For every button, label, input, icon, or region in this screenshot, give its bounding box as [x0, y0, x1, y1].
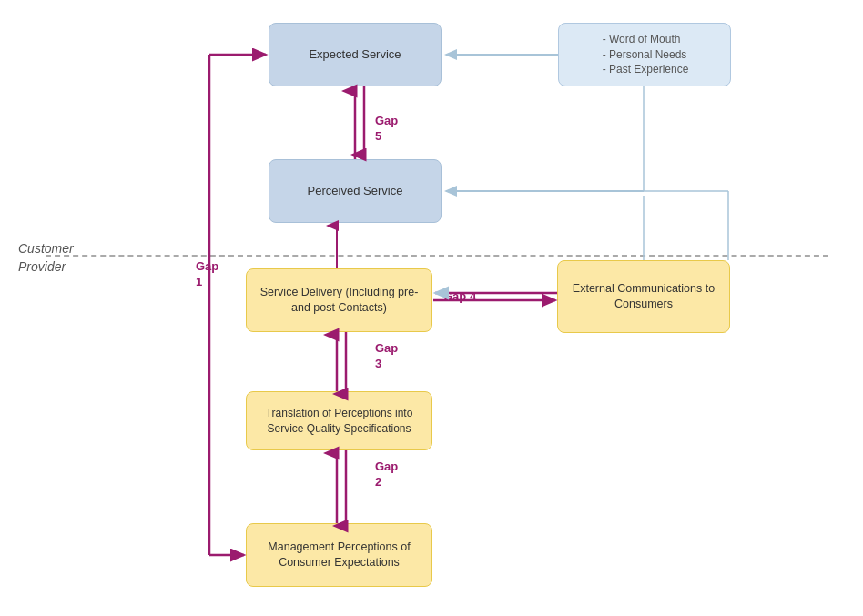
expected-service-box: Expected Service	[269, 23, 442, 86]
word-of-mouth-box: - Word of Mouth - Personal Needs - Past …	[558, 23, 731, 86]
gap3-label: Gap 3	[375, 341, 398, 372]
word-of-mouth-label: - Word of Mouth - Personal Needs - Past …	[603, 32, 689, 77]
gap2-label: Gap 2	[375, 459, 398, 490]
external-communications-box: External Communications to Consumers	[557, 260, 730, 333]
diagram-container: Customer Provider Expected Service - Wor…	[0, 0, 863, 616]
service-delivery-box: Service Delivery (Including pre- and pos…	[246, 268, 432, 332]
customer-label: Customer	[18, 241, 74, 256]
management-perceptions-label: Management Perceptions of Consumer Expec…	[258, 540, 421, 571]
perceived-service-box: Perceived Service	[269, 159, 442, 223]
gap5-label: Gap 5	[375, 114, 398, 145]
section-divider	[46, 255, 828, 257]
external-communications-label: External Communications to Consumers	[569, 281, 718, 313]
expected-service-label: Expected Service	[309, 46, 401, 63]
gap1-label: Gap 1	[196, 259, 218, 290]
gap4-label: Gap 4	[443, 289, 476, 305]
service-delivery-label: Service Delivery (Including pre- and pos…	[258, 285, 421, 317]
perceived-service-label: Perceived Service	[308, 183, 403, 199]
translation-perceptions-box: Translation of Perceptions into Service …	[246, 391, 432, 450]
provider-label: Provider	[18, 259, 66, 274]
management-perceptions-box: Management Perceptions of Consumer Expec…	[246, 523, 432, 587]
translation-perceptions-label: Translation of Perceptions into Service …	[258, 406, 421, 437]
